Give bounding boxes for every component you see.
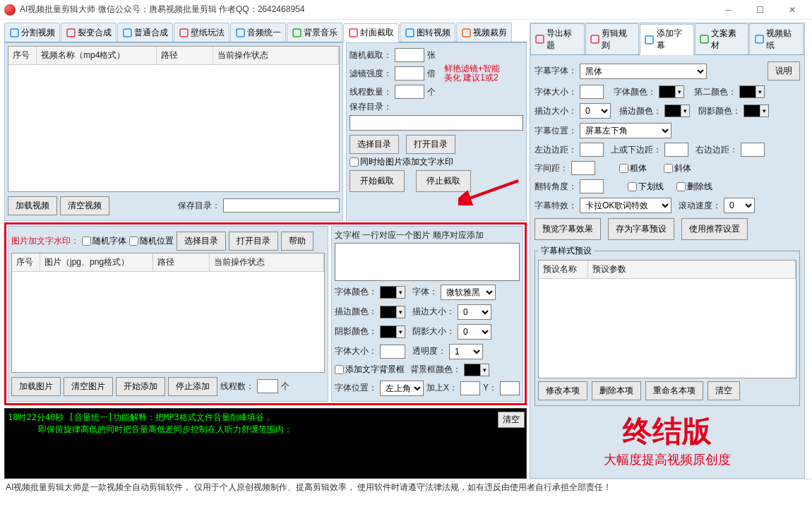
tab-label: 视频裁剪: [473, 27, 507, 39]
img-open-dir-button[interactable]: 打开目录: [229, 232, 278, 251]
left-tab-5[interactable]: 背景音乐: [287, 23, 342, 42]
right-margin-input[interactable]: [741, 143, 765, 157]
svg-rect-4: [237, 29, 244, 37]
preset-grid[interactable]: 预设名称预设参数: [538, 260, 796, 378]
text-lines-textarea[interactable]: [335, 243, 520, 281]
clear-image-button[interactable]: 清空图片: [64, 377, 113, 396]
load-video-button[interactable]: 加载视频: [8, 196, 57, 215]
shadow-color-picker[interactable]: ▾: [380, 325, 405, 338]
recommend-button[interactable]: 使用推荐设置: [681, 218, 748, 240]
stop-add-button[interactable]: 停止添加: [168, 377, 217, 396]
sub-strokesize-select[interactable]: 0: [580, 103, 611, 119]
left-tab-8[interactable]: 视频裁剪: [456, 23, 512, 42]
font-select[interactable]: 微软雅黑: [441, 285, 496, 300]
spacing-input[interactable]: [571, 161, 595, 175]
left-tab-1[interactable]: 裂变合成: [61, 23, 117, 42]
column-header[interactable]: 路径: [153, 253, 210, 271]
column-header[interactable]: 预设名称: [539, 261, 588, 278]
img-choose-dir-button[interactable]: 选择目录: [177, 232, 226, 251]
delete-preset-button[interactable]: 删除本项: [592, 381, 641, 400]
shadow-size-select[interactable]: 0: [458, 324, 491, 340]
sub-fontcolor-picker[interactable]: ▾: [659, 85, 684, 98]
column-header[interactable]: 当前操作状态: [210, 253, 324, 271]
sub-font-select[interactable]: 黑体: [580, 64, 707, 79]
rand-capture-input[interactable]: [395, 48, 424, 62]
rand-pos-checkbox[interactable]: 随机位置: [129, 235, 174, 247]
img-thread-input[interactable]: [257, 379, 278, 393]
video-grid[interactable]: 序号视频名称（mp4格式）路径当前操作状态: [8, 46, 340, 192]
maximize-button[interactable]: ☐: [744, 0, 776, 20]
start-capture-button[interactable]: 开始截取: [350, 170, 405, 192]
explain-button[interactable]: 说明: [768, 61, 800, 80]
left-margin-input[interactable]: [580, 143, 604, 157]
bg-box-checkbox[interactable]: 添加文字背景框: [335, 364, 405, 376]
opacity-select[interactable]: 1: [449, 344, 483, 359]
log-clear-button[interactable]: 清空: [498, 412, 525, 428]
stroke-color-picker[interactable]: ▾: [380, 306, 405, 318]
stop-capture-button[interactable]: 停止截取: [416, 170, 471, 192]
modify-preset-button[interactable]: 修改本项: [538, 381, 587, 400]
left-tab-3[interactable]: 壁纸玩法: [174, 23, 229, 42]
bold-checkbox[interactable]: 粗体: [619, 162, 647, 174]
right-tab-1[interactable]: 剪辑规则: [585, 23, 640, 54]
minimize-button[interactable]: ─: [712, 0, 744, 20]
sub-strokecolor-picker[interactable]: ▾: [664, 104, 690, 117]
sub-pos-select[interactable]: 屏幕左下角: [580, 123, 671, 138]
open-dir-button[interactable]: 打开目录: [406, 135, 455, 154]
column-header[interactable]: 视频名称（mp4格式）: [37, 47, 157, 64]
top-margin-input[interactable]: [664, 143, 688, 157]
left-tab-6[interactable]: 封面截取: [343, 23, 399, 42]
save-preset-button[interactable]: 存为字幕预设: [608, 218, 674, 240]
watermark-checkbox[interactable]: 同时给图片添加文字水印: [350, 156, 453, 168]
thread-count-input[interactable]: [395, 85, 424, 99]
column-header[interactable]: 预设参数: [588, 261, 796, 278]
font-color-picker[interactable]: ▾: [380, 286, 405, 299]
clear-preset-button[interactable]: 清空: [707, 381, 740, 400]
help-button[interactable]: 帮助: [281, 232, 314, 251]
image-watermark-panel: 图片加文字水印： 随机字体 随机位置 选择目录 打开目录 帮助 序号图片（jpg…: [8, 226, 328, 402]
add-x-input[interactable]: [460, 381, 480, 395]
italic-checkbox[interactable]: 斜体: [664, 162, 691, 174]
close-button[interactable]: ✕: [776, 0, 808, 20]
sub-shadowcolor-picker[interactable]: ▾: [744, 104, 769, 117]
text-pos-select[interactable]: 左上角: [380, 381, 424, 396]
left-tab-7[interactable]: 图转视频: [400, 23, 455, 42]
add-y-input[interactable]: [500, 381, 520, 395]
column-header[interactable]: 序号: [8, 47, 37, 64]
video-save-dir-input[interactable]: [223, 198, 340, 213]
column-header[interactable]: 路径: [157, 47, 213, 64]
bg-color-picker[interactable]: ▾: [464, 364, 489, 376]
right-tab-4[interactable]: 视频贴纸: [749, 23, 804, 54]
rotate-input[interactable]: [580, 179, 604, 193]
sub-fontsize-input[interactable]: [580, 85, 604, 99]
preview-subtitle-button[interactable]: 预览字幕效果: [535, 218, 601, 240]
cover-save-dir-input[interactable]: [350, 115, 523, 131]
clear-video-button[interactable]: 清空视频: [60, 196, 109, 215]
stroke-size-select[interactable]: 0: [458, 304, 491, 320]
svg-rect-6: [350, 29, 357, 37]
right-tab-0[interactable]: 导出标题: [530, 23, 585, 54]
svg-rect-1: [67, 29, 75, 37]
column-header[interactable]: 图片（jpg、png格式）: [40, 253, 153, 271]
column-header[interactable]: 序号: [12, 253, 40, 271]
image-grid[interactable]: 序号图片（jpg、png格式）路径当前操作状态: [11, 253, 325, 373]
filter-strength-input[interactable]: [395, 66, 424, 80]
choose-dir-button[interactable]: 选择目录: [350, 135, 399, 154]
left-tab-4[interactable]: 音频统一: [230, 23, 286, 42]
load-image-button[interactable]: 加载图片: [11, 377, 61, 396]
column-header[interactable]: 当前操作状态: [213, 47, 339, 64]
underline-checkbox[interactable]: 下划线: [628, 181, 664, 193]
rename-preset-button[interactable]: 重命名本项: [645, 381, 703, 400]
start-add-button[interactable]: 开始添加: [116, 377, 165, 396]
font-size-input[interactable]: [380, 345, 405, 359]
right-tab-2[interactable]: 添加字幕: [640, 24, 694, 55]
left-tab-2[interactable]: 普通合成: [117, 23, 173, 42]
scroll-select[interactable]: 0: [724, 198, 755, 213]
footer-text: AI视频批量剪辑大师是一款视频全自动剪辑软件， 仅用于个人原创视频制作、提高剪辑…: [0, 479, 812, 496]
strike-checkbox[interactable]: 删除线: [676, 181, 712, 193]
left-tab-0[interactable]: 分割视频: [4, 23, 60, 42]
effect-select[interactable]: 卡拉OK歌词特效: [580, 198, 671, 213]
right-tab-3[interactable]: 文案素材: [695, 23, 749, 54]
rand-font-checkbox[interactable]: 随机字体: [82, 235, 126, 247]
sub-color2-picker[interactable]: ▾: [739, 85, 765, 98]
